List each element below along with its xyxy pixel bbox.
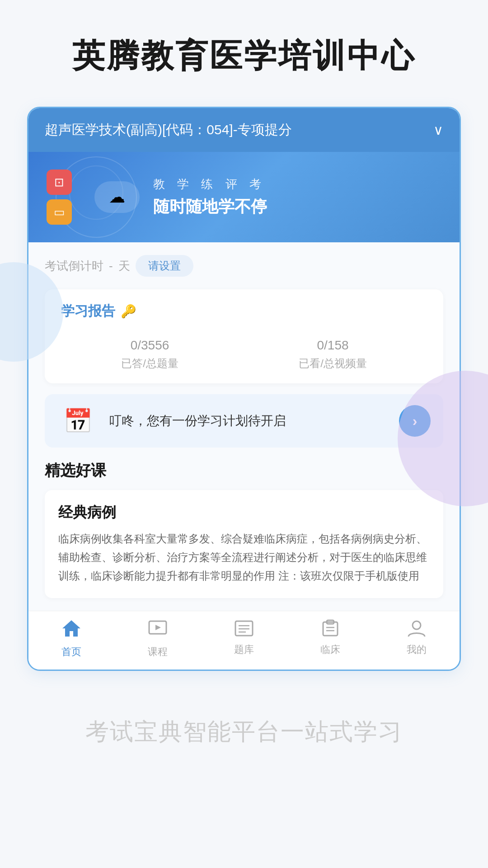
nav-label-home: 首页 — [61, 645, 81, 659]
course-selector[interactable]: 超声医学技术(副高)[代码：054]-专项提分 ∨ — [28, 108, 460, 152]
user-icon — [407, 619, 427, 639]
clipboard-icon — [320, 619, 340, 639]
banner-icons: ⊡ ▭ — [47, 170, 72, 225]
banner: ⊡ ▭ ☁ 教 学 练 评 考 随时随地学不停 — [28, 152, 460, 242]
nav-item-home[interactable]: 首页 — [28, 619, 115, 659]
app-title: 英腾教育医学培训中心 — [27, 36, 461, 75]
answered-label: 已答/总题量 — [121, 356, 178, 371]
bottom-tagline-text: 考试宝典智能平台一站式学习 — [27, 716, 461, 748]
course-item-title: 经典病例 — [58, 503, 430, 523]
countdown-dash: - — [109, 259, 113, 273]
home-icon — [61, 619, 81, 642]
svg-point-11 — [413, 621, 421, 629]
tablet-icon-bubble: ⊡ — [47, 170, 72, 195]
phone-card: 超声医学技术(副高)[代码：054]-专项提分 ∨ ⊡ ▭ ☁ 教 学 练 评 … — [27, 107, 461, 670]
monitor-icon-bubble: ▭ — [47, 199, 72, 225]
svg-marker-2 — [155, 625, 161, 630]
videos-stat: 0/158 已看/总视频量 — [299, 333, 367, 371]
course-item[interactable]: 经典病例 临床病例收集各科室大量常多发、综合疑难临床病症，包括各病例病史分析、辅… — [45, 490, 443, 598]
report-title: 学习报告 — [61, 302, 115, 321]
nav-label-courses: 课程 — [148, 645, 168, 659]
calendar-icon: 📅 — [57, 407, 98, 435]
questions-stat: 0/3556 已答/总题量 — [121, 333, 178, 371]
bottom-tagline-area: 考试宝典智能平台一站式学习 — [0, 693, 488, 784]
nav-item-profile[interactable]: 我的 — [373, 619, 460, 659]
countdown-row: 考试倒计时 - 天 请设置 — [45, 255, 443, 277]
nav-item-clinical[interactable]: 临床 — [287, 619, 373, 659]
app-title-area: 英腾教育医学培训中心 — [0, 0, 488, 93]
banner-top-text: 教 学 练 评 考 — [153, 176, 441, 192]
set-countdown-button[interactable]: 请设置 — [136, 255, 193, 277]
nav-item-courses[interactable]: 课程 — [115, 619, 201, 659]
course-item-desc: 临床病例收集各科室大量常多发、综合疑难临床病症，包括各病例病史分析、辅助检查、诊… — [58, 530, 430, 585]
study-plan-card[interactable]: 📅 叮咚，您有一份学习计划待开启 › — [45, 394, 443, 448]
featured-label: 精选好课 — [45, 460, 443, 481]
report-card: 学习报告 🔑 0/3556 已答/总题量 0/158 已看/总视频量 — [45, 289, 443, 383]
svg-marker-0 — [62, 620, 80, 637]
watched-count: 0/158 — [299, 333, 367, 354]
chevron-down-icon: ∨ — [433, 122, 443, 138]
watched-label: 已看/总视频量 — [299, 356, 367, 371]
countdown-unit: 天 — [118, 258, 130, 274]
main-content: 考试倒计时 - 天 请设置 学习报告 🔑 0/3556 已答/总题量 — [28, 242, 460, 610]
nav-label-profile: 我的 — [407, 643, 427, 656]
course-selector-text: 超声医学技术(副高)[代码：054]-专项提分 — [45, 121, 428, 139]
banner-main-text: 随时随地学不停 — [153, 196, 441, 218]
play-icon — [148, 619, 168, 642]
key-icon: 🔑 — [121, 304, 136, 319]
banner-text-area: 教 学 练 评 考 随时随地学不停 — [153, 176, 441, 218]
bottom-nav: 首页 课程 题库 — [28, 611, 460, 670]
report-stats: 0/3556 已答/总题量 0/158 已看/总视频量 — [61, 333, 427, 371]
answered-count: 0/3556 — [121, 333, 178, 354]
cloud-icon: ☁ — [94, 181, 140, 213]
cloud-area: ☁ — [94, 181, 140, 213]
nav-label-question-bank: 题库 — [234, 643, 254, 656]
nav-item-question-bank[interactable]: 题库 — [201, 619, 287, 659]
list-icon — [234, 619, 254, 639]
countdown-label: 考试倒计时 — [45, 258, 103, 274]
nav-label-clinical: 临床 — [320, 643, 340, 656]
report-header: 学习报告 🔑 — [61, 302, 427, 321]
study-plan-text: 叮咚，您有一份学习计划待开启 — [109, 412, 388, 429]
